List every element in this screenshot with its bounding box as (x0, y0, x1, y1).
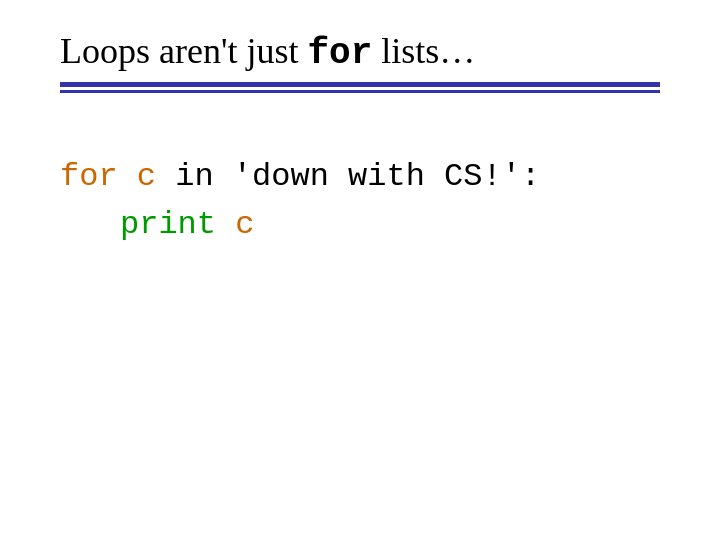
code-line-2: print c (60, 201, 660, 249)
code-indent (60, 201, 120, 249)
code-colon: : (521, 158, 540, 195)
code-space2 (216, 206, 235, 243)
code-space1 (118, 158, 137, 195)
divider-bottom (60, 90, 660, 93)
code-var-c-2: c (235, 206, 254, 243)
code-string: 'down with CS!' (233, 158, 521, 195)
title-prefix: Loops aren't just (60, 31, 307, 71)
slide: Loops aren't just for lists… for c in 'd… (0, 0, 720, 540)
code-block: for c in 'down with CS!': print c (60, 153, 660, 249)
slide-title: Loops aren't just for lists… (60, 30, 660, 74)
code-line-1: for c in 'down with CS!': (60, 153, 660, 201)
divider-area (60, 82, 660, 93)
title-area: Loops aren't just for lists… (60, 30, 660, 74)
code-var-c-1: c (137, 158, 156, 195)
code-for-keyword: for (60, 158, 118, 195)
code-print-keyword: print (120, 206, 216, 243)
title-for-keyword: for (307, 33, 372, 74)
divider-top (60, 82, 660, 87)
code-in: in (156, 158, 233, 195)
title-suffix: lists… (372, 31, 475, 71)
